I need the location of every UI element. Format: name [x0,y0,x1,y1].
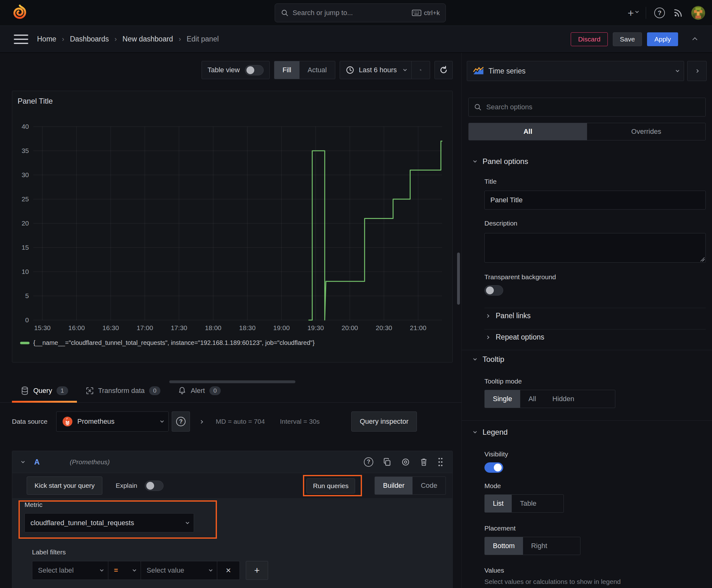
tab-all-options[interactable]: All [469,123,587,140]
alert-count-badge: 0 [209,386,221,395]
fill-option[interactable]: Fill [274,61,300,79]
label-filter-row: Select label = Select value × + [32,561,268,580]
table-view-toggle[interactable] [245,65,264,76]
discard-button[interactable]: Discard [571,33,607,46]
global-search-input[interactable]: Search or jump to... ctrl+k [275,3,446,22]
actual-option[interactable]: Actual [300,61,335,79]
breadcrumb-new-dashboard[interactable]: New dashboard [123,35,173,43]
visualization-picker[interactable]: Time series [467,61,684,81]
svg-text:15:30: 15:30 [34,324,51,331]
query-row-header[interactable]: A (Prometheus) ? [12,451,452,473]
duplicate-query-icon[interactable] [383,458,391,466]
breadcrumb-dashboards[interactable]: Dashboards [70,35,109,43]
kick-start-query-button[interactable]: Kick start your query [27,477,102,495]
breadcrumb-separator: › [114,35,117,43]
search-icon [281,9,289,17]
keyboard-icon [412,9,421,16]
query-datasource-hint: (Prometheus) [70,458,110,466]
tooltip-mode-hidden[interactable]: Hidden [544,390,583,408]
breadcrumb-home[interactable]: Home [37,35,56,43]
breadcrumb: Home › Dashboards › New dashboard › Edit… [37,35,219,43]
options-search-box [468,98,706,117]
collapse-options-icon[interactable] [688,32,703,46]
datasource-name: Prometheus [77,417,114,426]
grafana-logo[interactable] [11,4,28,21]
svg-text:15: 15 [22,244,29,251]
options-search-input[interactable] [486,103,700,111]
help-icon[interactable]: ? [654,7,665,18]
metric-select[interactable]: cloudflared_tunnel_total_requests [24,513,194,532]
operator-dropdown[interactable]: = [108,561,141,580]
builder-code-switch: Builder Code [374,477,446,495]
panel-actions: Discard Save Apply [571,32,703,46]
code-option[interactable]: Code [412,477,446,495]
zoom-out-button[interactable] [412,61,430,79]
time-range-picker[interactable]: Last 6 hours [340,61,412,79]
delete-query-trash-icon[interactable] [420,458,428,466]
svg-text:19:00: 19:00 [273,324,290,331]
repeat-options-section-header[interactable]: Repeat options [486,333,544,341]
user-avatar[interactable] [691,6,705,20]
builder-option[interactable]: Builder [375,477,412,495]
add-new-button[interactable]: + [628,7,638,18]
description-textarea[interactable] [484,233,706,262]
panel-title-input[interactable] [484,191,706,210]
explain-toggle[interactable] [145,481,164,491]
remove-filter-button[interactable]: × [217,561,240,580]
query-help-icon[interactable]: ? [364,457,373,467]
save-button[interactable]: Save [613,33,642,46]
panel-options-section-header[interactable]: Panel options [473,157,528,166]
breadcrumb-separator: › [179,35,181,43]
panel-links-section-header[interactable]: Panel links [486,312,531,320]
tooltip-section-header[interactable]: Tooltip [473,355,504,364]
tab-alert[interactable]: Alert 0 [169,379,230,402]
legend-mode-table[interactable]: Table [512,495,545,512]
legend-placement-right[interactable]: Right [523,537,555,555]
prometheus-icon [62,416,73,427]
svg-text:18:30: 18:30 [239,324,256,331]
tooltip-mode-all[interactable]: All [520,390,544,408]
legend-placement-label: Placement [484,525,516,532]
menu-toggle-icon[interactable] [14,35,28,44]
legend-visibility-label: Visibility [484,450,508,458]
time-controls: Last 6 hours [340,61,430,79]
transparent-background-toggle[interactable] [484,285,503,296]
legend-placement-bottom[interactable]: Bottom [485,537,523,555]
apply-button[interactable]: Apply [647,33,678,46]
timeseries-viz-icon [473,67,484,76]
legend-section-header[interactable]: Legend [473,428,508,437]
legend-mode-list[interactable]: List [485,495,512,512]
query-inspector-button[interactable]: Query inspector [351,412,417,432]
datasource-help-button[interactable]: ? [172,412,190,432]
editor-tabs: Query 1 Transform data 0 Alert 0 [0,379,461,403]
chart-legend[interactable]: {__name__="cloudflared_tunnel_total_requ… [20,339,315,346]
shortcut-hint: ctrl+k [412,9,440,17]
query-count-badge: 1 [57,386,68,395]
tooltip-mode-single[interactable]: Single [485,390,520,408]
drag-query-grip-icon[interactable] [437,457,444,467]
select-value-dropdown[interactable]: Select value [141,561,217,580]
svg-text:21:00: 21:00 [410,324,427,331]
tab-transform-data[interactable]: Transform data 0 [77,379,170,402]
svg-text:30: 30 [22,171,29,178]
expand-stats-icon[interactable] [200,419,202,424]
add-filter-button[interactable]: + [246,561,268,580]
datasource-picker[interactable]: Prometheus [56,412,169,432]
select-label-dropdown[interactable]: Select label [32,561,108,580]
top-nav: Search or jump to... ctrl+k + ? [0,0,712,26]
collapse-query-icon[interactable] [21,460,24,463]
run-queries-button[interactable]: Run queries [306,478,355,493]
tab-query[interactable]: Query 1 [12,379,77,402]
tab-overrides[interactable]: Overrides [587,123,706,140]
toggle-viz-picker-button[interactable] [687,61,707,81]
news-rss-icon[interactable] [673,8,683,18]
time-series-chart[interactable]: 051015202530354015:3016:0016:3017:0017:3… [12,91,453,363]
legend-visibility-toggle[interactable] [484,462,503,473]
textarea-resize-grip[interactable] [699,256,705,261]
scrollbar-thumb[interactable] [457,253,460,305]
svg-text:25: 25 [22,195,29,203]
search-placeholder: Search or jump to... [293,9,408,17]
toggle-visibility-eye-icon[interactable] [401,458,410,466]
metric-value: cloudflared_tunnel_total_requests [30,519,134,527]
refresh-button[interactable] [434,61,453,79]
